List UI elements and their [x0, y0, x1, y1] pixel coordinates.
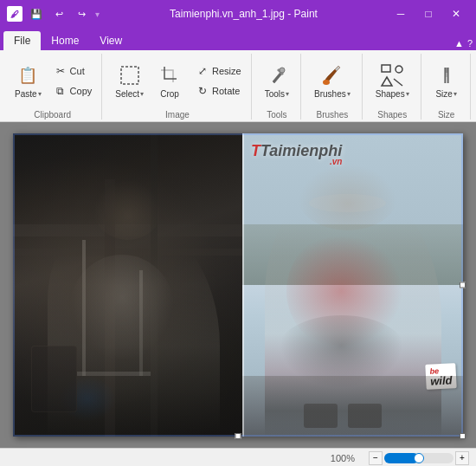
cut-label: Cut [70, 66, 85, 76]
clipboard-items: 📋 Paste ▾ ✂ Cut ⧉ Copy [9, 54, 96, 108]
svg-rect-0 [121, 67, 138, 84]
paint-canvas: TTaimienphi .vn be wild [13, 133, 463, 437]
crop-button[interactable]: Crop [151, 56, 188, 107]
minimize-button[interactable]: ─ [388, 5, 414, 23]
status-zoom: 100% [331, 453, 355, 463]
watermark-t: T [251, 142, 261, 159]
photo-right: TTaimienphi .vn be wild [242, 133, 463, 437]
rotate-icon: ↻ [196, 84, 209, 98]
qa-undo-button[interactable]: ↩ [50, 6, 68, 22]
colors-group: Colors Colors [473, 54, 476, 120]
size-icon [434, 63, 459, 87]
title-bar: 🖌 💾 ↩ ↪ ▾ Taimienphi.vn_anh_1.jpg - Pain… [0, 0, 476, 28]
shapes-label-bottom: Shapes [377, 110, 407, 120]
left-overlay [13, 133, 242, 437]
ribbon: File Home View ▲ ? 📋 Paste ▾ [0, 28, 476, 122]
tools-group: Tools ▾ Tools [254, 54, 301, 120]
paste-label: Paste [15, 89, 37, 100]
resize-icon: ⤢ [196, 64, 209, 78]
ribbon-help-button[interactable]: ? [467, 38, 473, 49]
ribbon-content: 📋 Paste ▾ ✂ Cut ⧉ Copy [0, 50, 476, 121]
cut-copy-group: ✂ Cut ⧉ Copy [49, 61, 97, 100]
paste-icon: 📋 [16, 63, 40, 87]
window-controls: ─ □ ✕ [388, 5, 469, 23]
size-label: Size [435, 89, 452, 100]
tools-label: Tools [265, 89, 285, 100]
svg-marker-5 [382, 77, 392, 86]
tab-home[interactable]: Home [41, 31, 89, 50]
clipboard-group: 📋 Paste ▾ ✂ Cut ⧉ Copy [3, 54, 102, 120]
copy-icon: ⧉ [54, 84, 68, 98]
svg-point-2 [323, 80, 330, 85]
crop-icon [158, 63, 182, 87]
maximize-button[interactable]: □ [415, 5, 441, 23]
window-title: Taimienphi.vn_anh_1.jpg - Paint [170, 8, 318, 20]
brushes-button[interactable]: Brushes ▾ [308, 56, 357, 107]
select-label: Select [115, 89, 139, 100]
qa-save-button[interactable]: 💾 [28, 6, 45, 22]
image-label: Image [165, 110, 190, 120]
svg-point-1 [280, 68, 285, 73]
clipboard-label: Clipboard [34, 110, 71, 120]
shapes-button[interactable]: Shapes ▾ [370, 56, 415, 107]
ribbon-tabs: File Home View ▲ ? [0, 28, 476, 50]
zoom-controls: − + [369, 451, 469, 465]
shapes-group: Shapes ▾ Shapes [364, 54, 421, 120]
brushes-group: Brushes ▾ Brushes [303, 54, 363, 120]
resize-handle-mr[interactable] [460, 282, 466, 288]
resize-handle-br[interactable] [460, 433, 466, 439]
size-items: Size ▾ [428, 54, 465, 108]
tab-view[interactable]: View [89, 31, 132, 50]
shapes-icon [380, 63, 404, 87]
copy-button[interactable]: ⧉ Copy [49, 81, 97, 100]
brushes-label: Brushes [314, 89, 346, 100]
close-button[interactable]: ✕ [443, 5, 469, 23]
image-group: Select ▾ Crop ⤢ Re [104, 54, 251, 120]
select-icon [118, 63, 142, 87]
size-button[interactable]: Size ▾ [428, 56, 465, 107]
select-button[interactable]: Select ▾ [109, 56, 150, 107]
resize-label: Resize [212, 66, 241, 76]
photo-divider [242, 133, 244, 437]
tools-label-bottom: Tools [267, 110, 286, 120]
cut-button[interactable]: ✂ Cut [49, 61, 89, 81]
tools-icon [265, 63, 289, 87]
svg-rect-3 [382, 65, 390, 72]
app-icon: 🖌 [7, 6, 23, 22]
size-group: Size ▾ Size [423, 54, 471, 120]
size-label-bottom: Size [438, 110, 454, 120]
cut-icon: ✂ [54, 64, 68, 78]
zoom-slider[interactable] [384, 453, 453, 463]
resize-handle-bm[interactable] [235, 433, 241, 439]
canvas-area[interactable]: TTaimienphi .vn be wild [0, 122, 476, 448]
zoom-out-button[interactable]: − [369, 451, 383, 465]
svg-line-6 [394, 79, 402, 86]
image-items: Select ▾ Crop ⤢ Re [109, 54, 245, 108]
tools-items: Tools ▾ [259, 54, 295, 108]
rotate-label: Rotate [212, 86, 240, 96]
qa-redo-button[interactable]: ↪ [73, 6, 90, 22]
copy-label: Copy [70, 86, 93, 96]
shapes-label: Shapes [376, 89, 405, 100]
watermark: TTaimienphi .vn [251, 142, 342, 166]
resize-rotate-group: ⤢ Resize ↻ Rotate [191, 61, 246, 100]
resize-button[interactable]: ⤢ Resize [191, 61, 246, 81]
brushes-label-bottom: Brushes [317, 110, 349, 120]
tools-button[interactable]: Tools ▾ [259, 56, 295, 107]
svg-point-4 [396, 66, 402, 73]
shapes-items: Shapes ▾ [370, 54, 415, 108]
photo-left [13, 133, 242, 437]
ribbon-collapse-button[interactable]: ▲ [454, 38, 464, 49]
rotate-button[interactable]: ↻ Rotate [191, 81, 244, 100]
title-bar-left: 🖌 💾 ↩ ↪ ▾ [7, 6, 100, 22]
crop-label: Crop [160, 89, 179, 100]
status-bar: 100% − + [0, 448, 476, 466]
tab-file[interactable]: File [3, 31, 41, 50]
brushes-icon [320, 63, 344, 87]
brushes-items: Brushes ▾ [308, 54, 357, 108]
zoom-in-button[interactable]: + [455, 451, 469, 465]
paste-button[interactable]: 📋 Paste ▾ [9, 56, 48, 107]
